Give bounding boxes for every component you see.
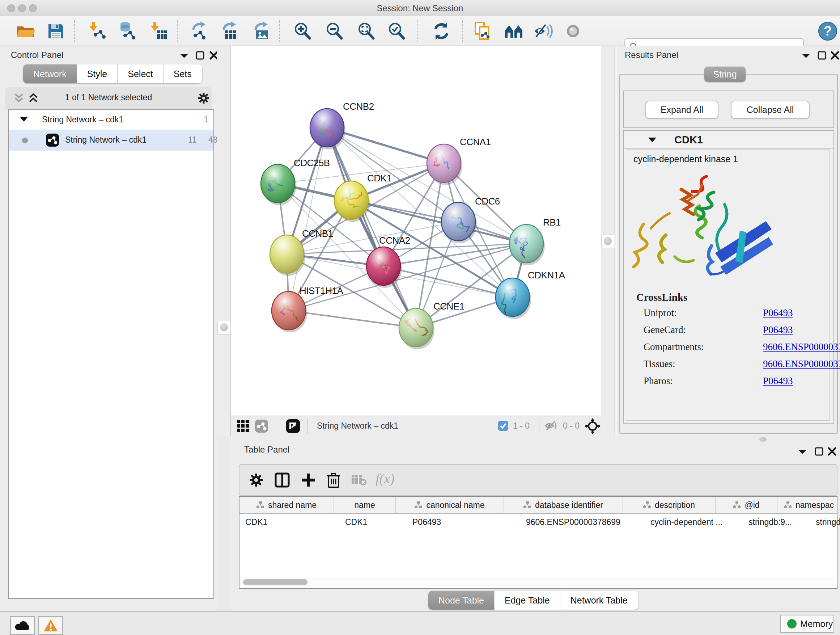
table-panel-collapse-icon[interactable] bbox=[798, 449, 807, 455]
table-panel-float-icon[interactable] bbox=[814, 447, 824, 456]
table-cell[interactable]: CDK1 bbox=[240, 514, 339, 530]
tab-string[interactable]: String bbox=[704, 67, 745, 82]
import-network-icon[interactable] bbox=[87, 21, 107, 41]
control-panel: Control Panel NetworkStyleSelectSets 1 o… bbox=[0, 46, 217, 611]
tab-edge-table[interactable]: Edge Table bbox=[494, 591, 561, 610]
entry-expander-icon[interactable] bbox=[647, 137, 657, 143]
scrollbar-thumb[interactable] bbox=[243, 579, 308, 585]
zoom-selected-icon[interactable] bbox=[386, 21, 407, 41]
crosslink-compartments-link[interactable]: 9606.ENSP00000378699 bbox=[763, 341, 840, 353]
save-session-icon[interactable] bbox=[46, 21, 66, 41]
zoom-in-icon[interactable] bbox=[292, 21, 313, 41]
refresh-layout-icon[interactable] bbox=[431, 21, 452, 41]
crosslink-tissues-link[interactable]: 9606.ENSP00000378699 bbox=[763, 358, 840, 370]
zoom-out-icon[interactable] bbox=[324, 21, 344, 41]
left-splitter[interactable] bbox=[217, 46, 231, 436]
expand-all-button[interactable]: Expand All bbox=[645, 101, 718, 119]
horizontal-splitter[interactable] bbox=[231, 436, 840, 442]
network-options-gear-icon[interactable] bbox=[197, 92, 210, 104]
table-settings-gear-icon[interactable] bbox=[249, 473, 264, 487]
fit-content-crosshair-icon[interactable] bbox=[584, 418, 600, 434]
export-image-icon[interactable] bbox=[252, 21, 272, 41]
network-view-icon[interactable] bbox=[255, 419, 268, 433]
network-node-CDC25B[interactable]: CDC25B bbox=[261, 157, 330, 205]
show-columns-icon[interactable] bbox=[274, 472, 290, 488]
column-header-description[interactable]: description bbox=[623, 497, 715, 513]
tab-network-table[interactable]: Network Table bbox=[561, 591, 638, 610]
results-panel-collapse-icon[interactable] bbox=[801, 53, 811, 59]
tab-network[interactable]: Network bbox=[23, 65, 77, 83]
horizontal-splitter-handle[interactable] bbox=[759, 437, 767, 442]
lens-icon[interactable] bbox=[563, 21, 583, 41]
column-header--id[interactable]: @id bbox=[715, 497, 777, 513]
collapse-all-button[interactable]: Collapse All bbox=[731, 101, 810, 119]
network-edge-CCNB2-CCNE1[interactable] bbox=[327, 128, 416, 328]
crosslink-genecard-link[interactable]: P06493 bbox=[763, 325, 793, 336]
memory-button[interactable]: Memory bbox=[780, 615, 834, 633]
zoom-fit-icon[interactable] bbox=[356, 21, 376, 41]
table-cell[interactable]: P06493 bbox=[407, 514, 520, 530]
network-node-CDKN1A[interactable]: CDKN1A bbox=[496, 270, 565, 319]
export-table-icon[interactable] bbox=[220, 21, 240, 41]
export-network-icon[interactable] bbox=[189, 21, 210, 41]
table-cell[interactable]: cyclin-dependent ... bbox=[645, 514, 743, 530]
function-builder-icon[interactable]: f(x) bbox=[376, 470, 395, 486]
hide-selected-icon[interactable] bbox=[533, 21, 554, 41]
network-edge-HIST1H1A-CCNE1[interactable] bbox=[289, 310, 416, 328]
delete-table-icon[interactable] bbox=[351, 473, 367, 486]
network-view-title: String Network – cdk1 bbox=[317, 421, 398, 431]
column-header-canonical-name[interactable]: canonical name bbox=[396, 497, 504, 513]
network-node-CCNB2[interactable]: CCNB2 bbox=[310, 101, 374, 149]
table-horizontal-scrollbar[interactable] bbox=[240, 577, 836, 587]
network-node-RB1[interactable]: RB1 bbox=[509, 217, 561, 265]
column-header-shared-name[interactable]: shared name bbox=[240, 497, 334, 513]
network-collection-row[interactable]: String Network – cdk1 1 bbox=[9, 110, 213, 130]
right-splitter[interactable] bbox=[601, 46, 615, 436]
birds-eye-view-icon[interactable] bbox=[286, 419, 300, 433]
crosslink-pharos-link[interactable]: P06493 bbox=[763, 375, 793, 386]
import-network-from-database-icon[interactable] bbox=[117, 21, 137, 41]
memory-label: Memory bbox=[800, 619, 833, 629]
network-edge-CCNB2-HIST1H1A[interactable] bbox=[289, 128, 327, 310]
grid-view-icon[interactable] bbox=[237, 420, 249, 432]
table-panel-close-icon[interactable] bbox=[827, 447, 837, 456]
column-header-namespac[interactable]: namespac bbox=[777, 497, 840, 513]
open-session-icon[interactable] bbox=[15, 21, 35, 41]
hidden-items-eye-icon[interactable] bbox=[545, 420, 559, 432]
left-splitter-handle[interactable] bbox=[218, 321, 231, 334]
control-panel-collapse-icon[interactable] bbox=[180, 53, 189, 59]
tab-style[interactable]: Style bbox=[77, 65, 118, 83]
control-panel-float-icon[interactable] bbox=[195, 51, 205, 60]
table-cell[interactable]: CDK1 bbox=[339, 514, 407, 530]
tab-node-table[interactable]: Node Table bbox=[428, 591, 494, 610]
cloud-status-button[interactable] bbox=[10, 616, 35, 635]
column-header-name[interactable]: name bbox=[334, 497, 396, 513]
help-icon[interactable]: ? bbox=[818, 21, 838, 41]
results-panel-close-icon[interactable] bbox=[830, 51, 840, 60]
column-header-database-identifier[interactable]: database identifier bbox=[504, 497, 623, 513]
warning-status-button[interactable] bbox=[38, 616, 63, 635]
network-node-CCNB1[interactable]: CCNB1 bbox=[270, 228, 333, 276]
network-node-CDC6[interactable]: CDC6 bbox=[441, 196, 500, 243]
network-node-CDK1[interactable]: CDK1 bbox=[334, 173, 392, 222]
right-splitter-handle[interactable] bbox=[601, 234, 615, 249]
import-table-icon[interactable] bbox=[148, 21, 169, 41]
table-cell[interactable]: stringdb bbox=[810, 514, 840, 530]
results-panel-float-icon[interactable] bbox=[817, 51, 827, 60]
collection-expander-icon[interactable] bbox=[19, 117, 28, 122]
first-neighbors-icon[interactable] bbox=[504, 21, 524, 41]
network-row-selected[interactable]: String Network – cdk1 11 48 bbox=[9, 130, 213, 150]
network-node-HIST1H1A[interactable]: HIST1H1A bbox=[272, 285, 343, 333]
table-cell[interactable]: 9606.ENSP00000378699 bbox=[520, 514, 645, 530]
network-canvas[interactable]: CCNB2CCNA1CDC25BCDK1CDC6RB1CCNB1CCNA2CDK… bbox=[231, 46, 601, 416]
tab-select[interactable]: Select bbox=[118, 65, 163, 83]
network-node-CCNE1[interactable]: CCNE1 bbox=[399, 301, 464, 349]
delete-column-trash-icon[interactable] bbox=[325, 471, 341, 489]
duplicate-network-icon[interactable] bbox=[472, 21, 493, 41]
crosslink-uniprot-link[interactable]: P06493 bbox=[763, 307, 793, 318]
tab-sets[interactable]: Sets bbox=[164, 65, 202, 83]
create-column-plus-icon[interactable] bbox=[300, 472, 316, 488]
table-cell[interactable]: stringdb:9... bbox=[743, 514, 810, 530]
selected-nodes-checkbox-icon[interactable] bbox=[498, 420, 508, 431]
entry-header[interactable]: CDK1 bbox=[624, 131, 834, 149]
